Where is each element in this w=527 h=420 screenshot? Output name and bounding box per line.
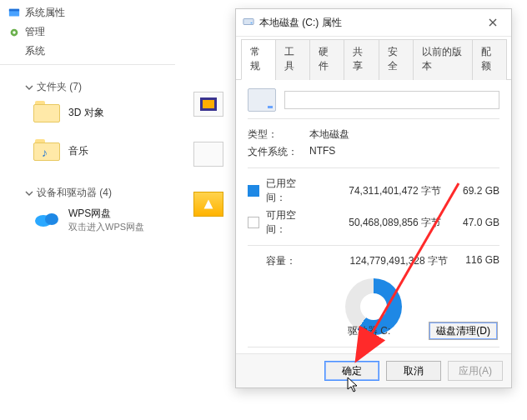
close-button[interactable] <box>481 14 504 31</box>
tab-sharing[interactable]: 共享 <box>344 39 379 80</box>
folder-label: 3D 对象 <box>68 106 104 120</box>
dialog-tabs: 常规 工具 硬件 共享 安全 以前的版本 配额 <box>236 38 511 80</box>
free-bytes: 50,468,089,856 字节 <box>319 216 448 230</box>
svg-rect-9 <box>251 22 253 22</box>
drive-icon <box>243 16 254 30</box>
thumb-item[interactable] <box>193 142 223 167</box>
tab-hardware[interactable]: 硬件 <box>309 39 344 80</box>
device-label: WPS网盘 <box>68 207 144 221</box>
folder-music-icon <box>33 139 60 162</box>
pc-icon <box>8 46 20 58</box>
sidebar-item-system-properties[interactable]: 系统属性 <box>0 3 175 22</box>
thumb-item[interactable] <box>193 192 223 217</box>
fs-value: NTFS <box>309 145 335 159</box>
group-devices-label: 设备和驱动器 (4) <box>37 186 112 200</box>
used-bytes: 74,311,401,472 字节 <box>319 184 448 198</box>
tab-general-body: 类型：本地磁盘 文件系统：NTFS 已用空间： 74,311,401,472 字… <box>236 80 511 353</box>
svg-point-3 <box>13 31 16 34</box>
free-swatch <box>248 217 259 228</box>
cloud-icon <box>33 207 60 230</box>
chevron-down-icon <box>25 189 33 198</box>
drive-icon <box>248 88 276 112</box>
capacity-label: 容量： <box>248 254 314 268</box>
dialog-titlebar: 本地磁盘 (C:) 属性 <box>236 9 511 37</box>
explorer-sidebar: 系统属性 管理 系统 <box>0 0 175 68</box>
explorer-thumb-column <box>193 92 232 242</box>
apply-button[interactable]: 应用(A) <box>448 361 503 381</box>
sidebar-item-label: 管理 <box>25 25 45 39</box>
free-space-row: 可用空间： 50,468,089,856 字节 47.0 GB <box>248 207 499 238</box>
tab-general[interactable]: 常规 <box>241 39 276 80</box>
explorer-window: 系统属性 管理 系统 文件夹 (7) 3D 对象 音乐 设 <box>0 0 527 420</box>
dialog-title: 本地磁盘 (C:) 属性 <box>259 16 342 30</box>
device-label-wrap: WPS网盘 双击进入WPS网盘 <box>68 207 144 233</box>
capacity-human: 116 GB <box>454 254 499 268</box>
tab-security[interactable]: 安全 <box>379 39 414 80</box>
free-label: 可用空间： <box>266 208 313 237</box>
used-label: 已用空间： <box>266 177 313 205</box>
panel-icon <box>8 8 20 19</box>
usage-chart-wrap: 驱动器 C: 磁盘清理(D) <box>248 270 499 340</box>
tab-tools[interactable]: 工具 <box>275 39 310 80</box>
tab-previous[interactable]: 以前的版本 <box>413 39 473 80</box>
svg-rect-7 <box>203 100 214 108</box>
tab-quota[interactable]: 配额 <box>472 39 507 80</box>
divider <box>248 245 499 246</box>
divider <box>248 347 499 348</box>
sidebar-item-label: 系统 <box>25 44 45 58</box>
used-swatch <box>248 185 259 197</box>
capacity-bytes: 124,779,491,328 字节 <box>314 254 454 268</box>
device-sublabel: 双击进入WPS网盘 <box>68 221 144 233</box>
ok-button[interactable]: 确定 <box>324 361 379 381</box>
divider <box>248 168 499 168</box>
chevron-down-icon <box>25 83 33 92</box>
disk-cleanup-button[interactable]: 磁盘清理(D) <box>429 322 498 340</box>
drive-name-input[interactable] <box>284 91 499 109</box>
group-folders-label: 文件夹 (7) <box>37 80 82 94</box>
type-value: 本地磁盘 <box>309 128 349 142</box>
used-human: 69.2 GB <box>454 185 499 197</box>
folder-icon <box>33 101 60 124</box>
svg-rect-1 <box>9 8 19 11</box>
divider <box>248 118 499 119</box>
capacity-row: 容量： 124,779,491,328 字节 116 GB <box>248 252 499 270</box>
svg-rect-8 <box>243 18 253 24</box>
sidebar-item-system[interactable]: 系统 <box>0 42 175 61</box>
folder-label: 音乐 <box>68 144 88 158</box>
dialog-buttons: 确定 取消 应用(A) <box>236 353 511 388</box>
used-space-row: 已用空间： 74,311,401,472 字节 69.2 GB <box>248 175 499 207</box>
fs-label: 文件系统： <box>248 145 301 159</box>
cancel-button[interactable]: 取消 <box>386 361 441 381</box>
thumb-item[interactable] <box>193 92 223 117</box>
free-human: 47.0 GB <box>454 217 499 228</box>
close-icon <box>489 18 497 27</box>
gear-icon <box>8 27 20 38</box>
drive-label: 驱动器 C: <box>348 324 390 338</box>
type-label: 类型： <box>248 128 301 142</box>
sidebar-item-label: 系统属性 <box>25 6 65 20</box>
sidebar-item-manage[interactable]: 管理 <box>0 22 175 42</box>
svg-point-5 <box>45 213 58 225</box>
properties-dialog: 本地磁盘 (C:) 属性 常规 工具 硬件 共享 安全 以前的版本 配额 类型：… <box>235 8 512 388</box>
divider <box>0 64 175 65</box>
